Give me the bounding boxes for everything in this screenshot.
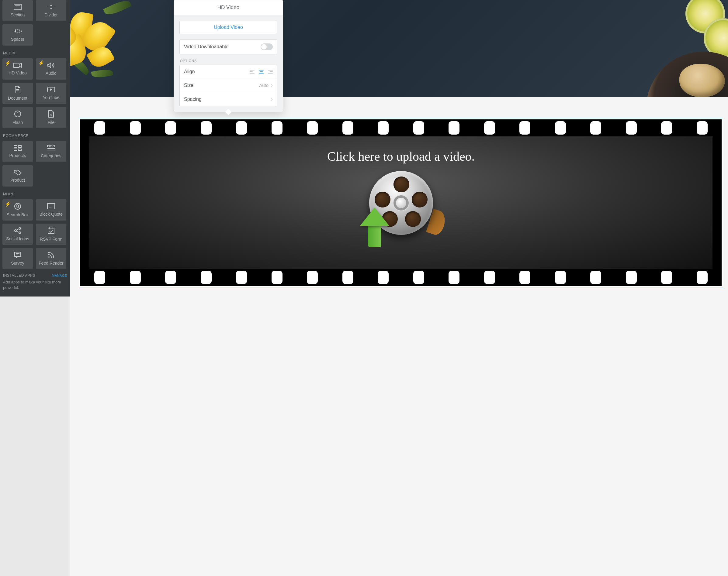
lightning-icon: ⚡ [38, 60, 45, 66]
sidebar-item-search-box[interactable]: ⚡ Search Box [2, 199, 33, 221]
more-items: ⚡ Search Box ,, Block Quote Social Icons… [2, 199, 68, 269]
align-center-icon[interactable] [259, 70, 264, 74]
more-header: MORE [2, 186, 68, 199]
sidebar-item-label: Section [11, 12, 25, 17]
svg-rect-12 [18, 149, 21, 150]
manage-link[interactable]: MANAGE [52, 274, 67, 277]
svg-rect-15 [53, 145, 55, 147]
sidebar-item-hd-video[interactable]: ⚡ HD Video [2, 58, 33, 80]
installed-apps-label: INSTALLED APPS [3, 273, 35, 278]
ecommerce-header: ECOMMERCE [2, 128, 68, 141]
sidebar-item-flash[interactable]: Flash [2, 107, 33, 128]
sidebar-item-label: Products [9, 153, 26, 158]
svg-line-28 [17, 231, 19, 233]
editor-canvas: HD Video Upload Video Video Downloadable… [70, 0, 375, 296]
sidebar-item-products[interactable]: Products [2, 141, 33, 162]
sidebar-item-spacer[interactable]: Spacer [2, 24, 33, 46]
sidebar-item-label: Flash [12, 120, 23, 125]
divider-icon [47, 4, 55, 10]
svg-point-35 [48, 256, 50, 258]
file-icon [48, 110, 54, 118]
upload-video-button[interactable]: Upload Video [180, 21, 277, 34]
sidebar-item-youtube[interactable]: YouTube [36, 83, 66, 104]
svg-text:,,: ,, [49, 204, 51, 208]
calendar-check-icon [48, 227, 55, 234]
sidebar-item-categories[interactable]: Categories [36, 141, 66, 162]
filmstrip: Click here to upload a video. [80, 119, 375, 286]
speaker-icon [47, 62, 55, 68]
option-size[interactable]: Size Auto › [180, 78, 277, 92]
sidebar-item-divider[interactable]: Divider [36, 0, 66, 21]
sidebar-item-block-quote[interactable]: ,, Block Quote [36, 199, 66, 221]
downloadable-toggle[interactable] [261, 44, 273, 50]
svg-rect-13 [48, 145, 49, 147]
options-list: Align Size Auto › Spacing › [180, 65, 277, 106]
svg-rect-4 [14, 63, 19, 67]
sidebar-item-document[interactable]: Document [2, 83, 33, 104]
svg-rect-14 [50, 145, 52, 147]
media-items: ⚡ HD Video ⚡ Audio Document YouTube Flas… [2, 58, 68, 128]
spacer-icon [14, 28, 22, 34]
lightning-icon: ⚡ [5, 201, 11, 207]
chevron-right-icon: › [271, 82, 273, 88]
quote-icon: ,, [47, 203, 55, 209]
perforation-bottom [80, 269, 375, 286]
tag-icon [14, 169, 22, 175]
option-spacing[interactable]: Spacing › [180, 92, 277, 106]
downloadable-label: Video Downloadable [184, 44, 228, 50]
svg-rect-32 [15, 252, 21, 256]
popup-body: Upload Video Video Downloadable OPTIONS … [174, 15, 283, 112]
video-placeholder-block[interactable]: Click here to upload a video. [79, 118, 375, 287]
svg-rect-0 [14, 4, 21, 10]
elements-sidebar: Section Divider Spacer MEDIA ⚡ HD Video … [0, 0, 70, 296]
align-icons [250, 70, 273, 74]
option-align[interactable]: Align [180, 65, 277, 78]
sidebar-item-feed-reader[interactable]: Feed Reader [36, 248, 66, 269]
sidebar-item-survey[interactable]: Survey [2, 248, 33, 269]
sidebar-item-label: Survey [11, 261, 24, 265]
share-icon [14, 227, 21, 234]
hd-video-settings-popup: HD Video Upload Video Video Downloadable… [173, 0, 283, 112]
installed-apps-row: INSTALLED APPS MANAGE [2, 269, 68, 280]
spacing-label: Spacing [184, 96, 201, 102]
sidebar-item-social-icons[interactable]: Social Icons [2, 224, 33, 245]
svg-line-21 [18, 207, 19, 208]
sidebar-item-rsvp-form[interactable]: RSVP Form [36, 224, 66, 245]
svg-rect-9 [14, 146, 17, 148]
categories-icon [47, 145, 55, 151]
survey-icon [14, 252, 21, 258]
youtube-icon [47, 87, 55, 93]
document-icon [15, 86, 21, 93]
svg-rect-29 [48, 228, 54, 234]
rss-icon [48, 252, 54, 258]
align-right-icon[interactable] [268, 70, 273, 74]
sidebar-item-label: Audio [46, 71, 57, 76]
svg-point-8 [15, 111, 21, 117]
sidebar-item-label: Search Box [7, 212, 29, 217]
sidebar-item-product[interactable]: Product [2, 165, 33, 186]
sidebar-item-label: HD Video [8, 70, 27, 75]
upload-prompt-text: Click here to upload a video. [327, 149, 375, 164]
align-label: Align [184, 69, 195, 75]
sidebar-item-audio[interactable]: ⚡ Audio [36, 58, 66, 80]
section-icon [14, 4, 22, 10]
film-body: Click here to upload a video. [80, 136, 375, 269]
sidebar-item-section[interactable]: Section [2, 0, 33, 21]
svg-point-20 [16, 205, 19, 207]
sidebar-item-label: Document [8, 96, 27, 100]
flowers-decoration [70, 0, 149, 97]
svg-rect-10 [18, 146, 21, 148]
size-label: Size [184, 83, 193, 88]
sidebar-item-file[interactable]: File [36, 107, 66, 128]
svg-point-19 [15, 203, 21, 209]
products-grid-icon [14, 145, 22, 151]
svg-rect-11 [14, 149, 17, 150]
perforation-top [80, 119, 375, 136]
film-reel-graphic [363, 171, 375, 247]
align-left-icon[interactable] [250, 70, 254, 74]
sidebar-item-label: YouTube [43, 95, 59, 100]
size-value: Auto [259, 83, 269, 88]
flash-icon [14, 110, 21, 118]
video-downloadable-row: Video Downloadable [180, 39, 277, 54]
svg-line-27 [17, 229, 19, 230]
